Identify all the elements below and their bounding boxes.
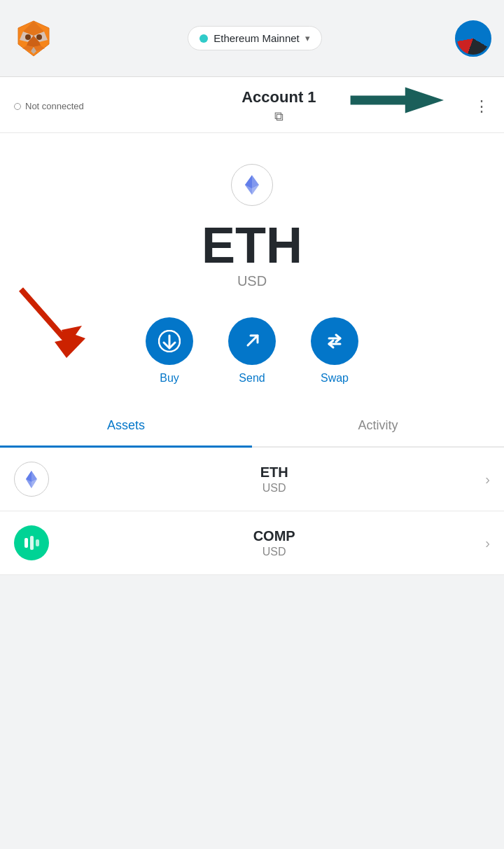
account-avatar[interactable]	[455, 20, 491, 57]
swap-label: Swap	[321, 372, 349, 385]
eth-symbol: ETH	[63, 464, 485, 481]
tab-assets[interactable]: Assets	[0, 406, 252, 448]
account-header: Not connected Account 1 ⧉ ⋮	[0, 77, 504, 133]
metamask-logo-icon	[13, 18, 55, 60]
asset-item-eth[interactable]: ETH USD ›	[0, 448, 504, 511]
tab-activity[interactable]: Activity	[252, 406, 504, 446]
comp-asset-icon	[14, 525, 49, 560]
comp-chevron-right-icon: ›	[485, 535, 490, 551]
chevron-down-icon: ▾	[305, 33, 310, 43]
tabs: Assets Activity	[0, 406, 504, 448]
not-connected-icon	[14, 103, 21, 110]
network-name-label: Ethereum Mainnet	[214, 32, 300, 44]
copy-address-icon[interactable]: ⧉	[274, 109, 284, 124]
eth-asset-info: ETH USD	[63, 464, 485, 495]
send-button[interactable]	[228, 317, 276, 365]
svg-marker-11	[351, 88, 444, 113]
asset-list: ETH USD › COMP USD ›	[0, 448, 504, 575]
svg-rect-25	[24, 538, 28, 548]
send-action: Send	[228, 317, 276, 385]
eth-amount: ETH	[202, 220, 302, 270]
not-connected-label: Not connected	[25, 101, 84, 111]
usd-value: USD	[237, 273, 267, 289]
buy-button[interactable]	[146, 317, 193, 365]
asset-item-comp[interactable]: COMP USD ›	[0, 511, 504, 575]
svg-rect-27	[36, 539, 39, 546]
send-label: Send	[239, 372, 265, 385]
eth-chevron-right-icon: ›	[485, 471, 490, 488]
action-buttons: Buy Send Swap	[14, 317, 490, 385]
swap-action: Swap	[311, 317, 358, 385]
comp-asset-info: COMP USD	[63, 528, 485, 558]
annotation-arrow-icon	[343, 84, 448, 116]
eth-logo-icon	[231, 164, 273, 206]
red-arrow-annotation-icon	[7, 282, 98, 366]
svg-marker-13	[245, 175, 252, 188]
eth-asset-icon	[14, 462, 49, 497]
main-content: ETH USD Buy	[0, 133, 504, 448]
network-selector[interactable]: Ethereum Mainnet ▾	[188, 26, 322, 50]
connection-status: Not connected	[14, 101, 84, 111]
svg-point-9	[36, 34, 42, 40]
svg-point-8	[25, 34, 31, 40]
svg-rect-26	[30, 536, 34, 550]
comp-usd: USD	[63, 546, 485, 558]
top-bar: Ethereum Mainnet ▾	[0, 0, 504, 77]
buy-label: Buy	[160, 372, 179, 385]
svg-line-20	[248, 336, 258, 345]
buy-action: Buy	[146, 317, 193, 385]
comp-symbol: COMP	[63, 528, 485, 544]
eth-usd: USD	[63, 482, 485, 495]
swap-button[interactable]	[311, 317, 358, 365]
network-status-dot	[200, 34, 208, 43]
more-options-button[interactable]: ⋮	[474, 97, 490, 116]
